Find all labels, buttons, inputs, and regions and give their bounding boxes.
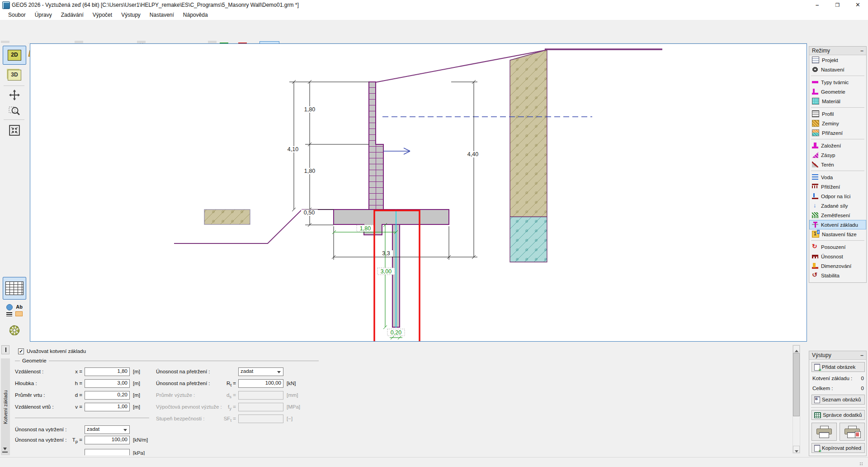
- mode-item-zasyp[interactable]: Zásyp: [809, 150, 866, 160]
- rupture-resistance-input[interactable]: 100,00: [238, 379, 283, 388]
- printer-icon: [816, 426, 832, 438]
- total-pictures-count: Celkem : 0: [812, 386, 864, 391]
- fit-view-icon: [9, 124, 20, 136]
- anchor-dimension-lines: [332, 223, 402, 339]
- picture-list-icon: [814, 396, 820, 403]
- outputs-panel-header: Výstupy –: [809, 351, 866, 360]
- scroll-up-icon[interactable]: [793, 345, 800, 353]
- zoom-button[interactable]: [3, 103, 26, 119]
- frame-scrollbar[interactable]: [793, 345, 800, 453]
- reinforcement-strength-label: Výpočtová pevnost výztuže :: [156, 404, 222, 410]
- earthquake-icon: [812, 212, 818, 218]
- mode-item-zadane-sily[interactable]: Zadané síly: [809, 201, 866, 210]
- dim-anchor-depth: 3,00: [381, 268, 392, 275]
- dock-panel-icon[interactable]: [2, 447, 8, 453]
- menu-soubor[interactable]: Soubor: [4, 10, 30, 20]
- frame-tab-label[interactable]: Kotvení základu: [1, 358, 10, 455]
- menu-vystupy[interactable]: Výstupy: [117, 10, 145, 20]
- depth-unit: [m]: [133, 381, 140, 386]
- mode-item-nastaveni[interactable]: Nastavení: [809, 65, 866, 74]
- reinforcement-strength-unit: [MPa]: [287, 404, 300, 410]
- title-bar: GEO5 2026 - Vyztužená zeď (64 bit) [C:\U…: [0, 0, 868, 10]
- mode-item-material[interactable]: Materiál: [809, 96, 866, 106]
- fit-to-view-button[interactable]: [3, 122, 26, 138]
- mode-item-unosnost[interactable]: Únosnost: [809, 252, 866, 261]
- modes-minimize-icon[interactable]: –: [860, 48, 863, 55]
- soils-icon: [812, 120, 819, 127]
- footing-anchorage-icon: [812, 222, 818, 228]
- window-title: GEO5 2026 - Vyztužená zeď (64 bit) [C:\U…: [12, 2, 299, 8]
- menu-napoveda[interactable]: Nápověda: [179, 10, 212, 20]
- clipped-row-input[interactable]: [85, 449, 130, 455]
- scroll-down-icon[interactable]: [793, 446, 800, 453]
- menu-vypocet[interactable]: Výpočet: [88, 10, 117, 20]
- foundation-icon: [812, 143, 818, 148]
- frame-table-button[interactable]: [3, 277, 26, 300]
- print-button[interactable]: [811, 423, 837, 441]
- mode-item-teren[interactable]: Terén: [809, 160, 866, 169]
- view-2d-button[interactable]: 2D: [3, 46, 26, 65]
- rupture-resistance-symbol: Rt =: [212, 381, 236, 387]
- options-button[interactable]: [3, 320, 26, 340]
- mode-item-kotveni-zakladu[interactable]: Kotvení základu: [809, 220, 866, 229]
- menu-upravy[interactable]: Úpravy: [30, 10, 57, 20]
- mode-item-typy-tvarnic[interactable]: Typy tvárnic: [809, 77, 866, 87]
- terrain-icon: [812, 162, 818, 167]
- drawing-canvas[interactable]: 1,80 1,80 4,10 0,50 4,40 3,3: [30, 43, 807, 342]
- bore-spacing-label: Vzdálenost vrtů :: [15, 404, 54, 410]
- picture-list-button[interactable]: Seznam obrázků: [811, 395, 865, 405]
- outputs-minimize-icon[interactable]: –: [860, 352, 863, 359]
- pullout-select[interactable]: zadat: [85, 425, 130, 434]
- mode-item-zalozeni[interactable]: Založení: [809, 141, 866, 150]
- geo5-application-window: GEO5 2026 - Vyztužená zeď (64 bit) [C:\U…: [0, 0, 868, 467]
- addon-manager-button[interactable]: Správce dodatků: [811, 410, 865, 420]
- resize-grip[interactable]: [860, 462, 863, 466]
- reinforcement-strength-symbol: fy =: [212, 404, 236, 411]
- consider-anchorage-checkbox[interactable]: ✓: [18, 348, 24, 354]
- pan-button[interactable]: [3, 88, 26, 102]
- mode-item-stabilita[interactable]: Stabilita: [809, 271, 866, 280]
- geometry-icon: [812, 89, 818, 95]
- view-3d-button[interactable]: 3D: [3, 67, 26, 84]
- minimize-window-icon[interactable]: [807, 0, 827, 10]
- restore-window-icon[interactable]: [827, 0, 848, 10]
- mode-item-prirazeni[interactable]: Přiřazení: [809, 128, 866, 138]
- dimensioning-icon: [812, 263, 818, 269]
- bore-spacing-input[interactable]: 1,00: [85, 403, 130, 411]
- dim-right-height: 4,40: [467, 151, 478, 157]
- legend-ab-icon: Ab: [5, 304, 24, 317]
- depth-label: Hloubka :: [15, 381, 37, 386]
- outputs-title: Výstupy: [812, 352, 831, 359]
- drawing-settings-button[interactable]: Ab: [3, 300, 26, 320]
- close-window-icon[interactable]: [848, 0, 868, 10]
- copy-view-button[interactable]: Kopírovat pohled: [811, 443, 865, 453]
- zoom-magnifier-icon: [9, 105, 20, 117]
- mode-item-nastaveni-faze[interactable]: Nastavení fáze: [809, 229, 866, 239]
- mode-item-zemetreseni[interactable]: Zemětřesení: [809, 210, 866, 220]
- add-picture-button[interactable]: Přidat obrázek: [811, 362, 865, 372]
- copy-view-icon: [814, 445, 820, 452]
- depth-input[interactable]: 3,00: [85, 379, 130, 388]
- distance-input[interactable]: 1,80: [85, 367, 130, 376]
- dim-total-height: 4,10: [288, 146, 298, 152]
- mode-item-profil[interactable]: Profil: [809, 109, 866, 119]
- mode-item-dimenzovani[interactable]: Dimenzování: [809, 261, 866, 271]
- mode-item-pritizeni[interactable]: Přitížení: [809, 182, 866, 191]
- frame-handle-button[interactable]: [1, 345, 9, 354]
- surcharge-icon: [812, 184, 818, 190]
- mode-item-geometrie[interactable]: Geometrie: [809, 87, 866, 96]
- pullout-resistance-input[interactable]: 100,00: [85, 436, 130, 444]
- menu-zadavani[interactable]: Zadávání: [57, 10, 88, 20]
- rupture-select[interactable]: zadat: [238, 367, 283, 376]
- mode-item-voda[interactable]: Voda: [809, 172, 866, 182]
- bore-diameter-input[interactable]: 0,20: [85, 391, 130, 400]
- mode-item-posouzeni[interactable]: Posouzení: [809, 242, 866, 252]
- scrollbar-thumb[interactable]: [793, 353, 800, 416]
- print-document-button[interactable]: [840, 423, 865, 441]
- mode-item-projekt[interactable]: Projekt: [809, 55, 866, 65]
- backfill-icon: [812, 152, 818, 158]
- mode-item-zeminy[interactable]: Zeminy: [809, 119, 866, 128]
- mode-item-odpor-na-lici[interactable]: Odpor na líci: [809, 191, 866, 201]
- menu-nastaveni[interactable]: Nastavení: [145, 10, 179, 20]
- bore-spacing-symbol: v =: [59, 404, 82, 410]
